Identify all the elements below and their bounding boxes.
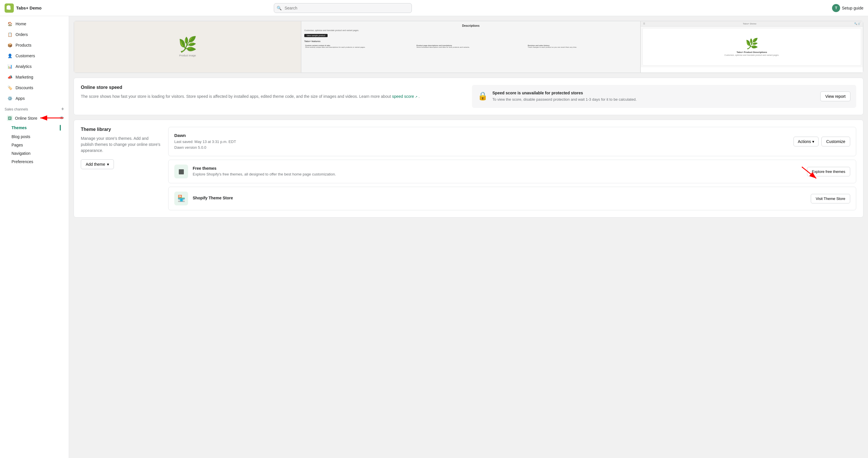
actions-button[interactable]: Actions ▾ (794, 136, 818, 147)
apps-icon: ⚙️ (7, 95, 13, 101)
discounts-icon: 🏷️ (7, 85, 13, 91)
sidebar-sub-item-pages[interactable]: Pages (11, 141, 66, 149)
speed-left: Online store speed The score shows how f… (81, 85, 465, 99)
sidebar-item-orders[interactable]: 📋 Orders (2, 29, 66, 40)
sidebar-item-marketing[interactable]: 📣 Marketing (2, 72, 66, 82)
free-themes-description: Explore Shopify's free themes, all desig… (193, 172, 802, 177)
app-title: Tabs+ Demo (16, 5, 42, 10)
main-content: 🌿 Product image Descriptions Customise, … (69, 16, 868, 458)
shopify-theme-store-card: 🏪 Shopify Theme Store Visit Theme Store (168, 187, 856, 210)
dawn-version: Dawn version 5.0.0 (174, 145, 236, 150)
shopify-theme-store-text: Shopify Theme Store (193, 195, 806, 202)
products-icon: 📦 (7, 42, 13, 48)
dawn-theme-card: Dawn Last saved: May 13 at 3:31 p.m. EDT… (168, 127, 856, 156)
dropdown-chevron-icon: ▾ (107, 162, 109, 166)
mockup-feature-2: Product page descriptions and translatio… (415, 44, 526, 49)
sidebar-item-home[interactable]: 🏠 Home (2, 19, 66, 29)
sidebar-sub-item-themes[interactable]: Themes (11, 123, 66, 132)
mockup-feature-3: Revision and sales historyTrack changes … (527, 44, 637, 49)
shopify-theme-store-title: Shopify Theme Store (193, 195, 806, 200)
search-input[interactable] (274, 3, 412, 13)
sidebar-sub-label-pages: Pages (11, 143, 23, 147)
mockup-panel-left: 🌿 Product image (74, 21, 301, 73)
mockup-product-desc-title: Tabs+ Product Descriptions (734, 51, 769, 54)
sidebar-item-customers[interactable]: 👤 Customers (2, 51, 66, 61)
customers-icon: 👤 (7, 53, 13, 59)
view-report-button[interactable]: View report (820, 91, 850, 101)
theme-library-right: Dawn Last saved: May 13 at 3:31 p.m. EDT… (168, 127, 856, 210)
free-themes-card: ▦ Free themes Explore Shopify's free the… (168, 160, 856, 183)
theme-library-description: Manage your store's themes. Add and publ… (81, 135, 161, 154)
marketing-icon: 📣 (7, 74, 13, 80)
speed-score-title: Speed score is unavailable for protected… (492, 91, 637, 95)
online-store-label: Online Store (15, 116, 37, 121)
online-store-left: Online Store (7, 115, 37, 121)
dawn-theme-actions: Actions ▾ Customize (794, 136, 850, 147)
dawn-last-saved: Last saved: May 13 at 3:31 p.m. EDT (174, 139, 236, 145)
sidebar-sub-item-blog-posts[interactable]: Blog posts (11, 133, 66, 141)
add-sales-channel-button[interactable]: + (61, 106, 64, 112)
speed-title: Online store speed (81, 85, 465, 90)
free-themes-text: Free themes Explore Shopify's free theme… (193, 166, 802, 177)
active-indicator (60, 125, 61, 131)
sales-channels-label: Sales channels (5, 107, 28, 111)
online-store-visibility-button[interactable]: 👁 (60, 116, 64, 121)
sidebar-sub-item-navigation[interactable]: Navigation (11, 149, 66, 157)
analytics-icon: 📊 (7, 64, 13, 69)
nav-right: T Setup guide (832, 4, 863, 12)
sidebar-item-label-marketing: Marketing (16, 75, 33, 80)
sidebar-item-discounts[interactable]: 🏷️ Discounts (2, 83, 66, 93)
explore-free-themes-button[interactable]: Explore free themes (807, 167, 850, 176)
sidebar-item-analytics[interactable]: 📊 Analytics (2, 61, 66, 72)
theme-library-card: Theme library Manage your store's themes… (74, 120, 863, 217)
orders-icon: 📋 (7, 32, 13, 37)
setup-guide-label: Setup guide (842, 6, 863, 10)
theme-library-section: Theme library Manage your store's themes… (81, 127, 856, 210)
logo-area: Tabs+ Demo (5, 3, 62, 13)
sidebar-item-label-products: Products (16, 43, 31, 48)
sidebar-item-label-discounts: Discounts (16, 86, 33, 90)
speed-description: The score shows how fast your store is l… (81, 93, 465, 99)
speed-score-text: Speed score is unavailable for protected… (492, 91, 637, 102)
theme-library-title: Theme library (81, 127, 161, 132)
sidebar-sub-label-blog-posts: Blog posts (11, 134, 30, 139)
sidebar-item-products[interactable]: 📦 Products (2, 40, 66, 50)
sidebar-item-label-orders: Orders (16, 32, 28, 37)
free-themes-title: Free themes (193, 166, 802, 171)
mockup-view-sample-button: View sample product (304, 34, 328, 37)
speed-right: 🔒 Speed score is unavailable for protect… (472, 85, 856, 108)
sales-channels-section: Sales channels + (0, 104, 69, 113)
setup-avatar: T (832, 4, 840, 12)
sidebar-sub-menu: Themes Blog posts Pages Navigation Prefe… (0, 123, 69, 166)
add-theme-button[interactable]: Add theme ▾ (81, 159, 114, 169)
mockup-title-bar: ☰ Tabs+ Demo 🔍 🛒 (641, 21, 863, 27)
preview-mockup: 🌿 Product image Descriptions Customise, … (74, 21, 863, 73)
sidebar-item-label-apps: Apps (16, 96, 25, 101)
free-themes-icon: ▦ (174, 164, 188, 178)
mockup-tabs-features-title: Tabs+ features (304, 40, 637, 42)
mockup-store-name: Tabs+ Demo (743, 23, 756, 25)
actions-label: Actions (798, 139, 811, 144)
dawn-theme-info: Dawn Last saved: May 13 at 3:31 p.m. EDT… (174, 133, 236, 150)
visit-theme-store-button[interactable]: Visit Theme Store (811, 194, 850, 204)
top-navigation: Tabs+ Demo 🔍 T Setup guide (0, 0, 868, 16)
speed-section-card: Online store speed The score shows how f… (74, 78, 863, 115)
sidebar: 🏠 Home 📋 Orders 📦 Products 👤 Customers 📊… (0, 16, 69, 458)
theme-preview-banner: 🌿 Product image Descriptions Customise, … (74, 21, 863, 73)
actions-chevron-icon: ▾ (812, 139, 814, 144)
setup-guide-button[interactable]: T Setup guide (832, 4, 863, 12)
main-layout: 🏠 Home 📋 Orders 📦 Products 👤 Customers 📊… (0, 16, 868, 458)
speed-score-link[interactable]: speed score ↗ (392, 94, 418, 99)
sidebar-item-label-home: Home (16, 22, 26, 26)
customize-button[interactable]: Customize (822, 136, 850, 147)
sidebar-sub-label-navigation: Navigation (11, 151, 30, 156)
sidebar-item-label-analytics: Analytics (16, 64, 32, 69)
lock-icon: 🔒 (478, 91, 488, 101)
external-link-icon: ↗ (415, 95, 417, 98)
speed-section: Online store speed The score shows how f… (81, 85, 856, 108)
sidebar-item-apps[interactable]: ⚙️ Apps (2, 93, 66, 103)
dawn-theme-name: Dawn (174, 133, 236, 138)
sidebar-sub-item-preferences[interactable]: Preferences (11, 158, 66, 166)
speed-score-desc: To view the score, disable password prot… (492, 97, 637, 102)
online-store-row[interactable]: Online Store 👁 (2, 114, 66, 123)
